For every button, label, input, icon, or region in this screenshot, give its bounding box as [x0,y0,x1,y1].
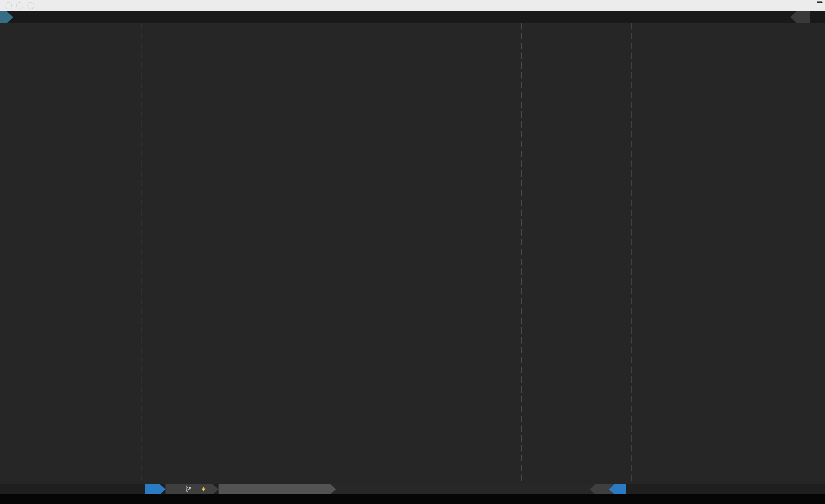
powerline-arrow-icon [590,484,595,494]
statusline-filename [219,484,330,494]
statusline-encoding [595,484,609,494]
powerline-arrow-icon [213,484,219,494]
tagbar-window[interactable] [631,23,825,484]
tab-separator-icon [7,11,13,23]
nerdtree-statusline [0,484,145,494]
menu-bar [0,0,825,11]
statusline-git-section [165,484,213,494]
nerdtree-window[interactable] [0,23,140,484]
dirty-flag-lightning-icon [200,486,207,493]
tab-train-retr-from-cls[interactable] [0,11,7,23]
powerline-arrow-icon [330,484,336,494]
editor-window[interactable] [142,23,630,484]
menubar-hotkey-badge[interactable] [817,1,823,3]
vim-command-line[interactable] [0,494,825,504]
buffers-label [797,11,810,23]
buffers-separator-icon [790,11,797,23]
window-separator[interactable] [141,23,141,484]
statusline [0,484,825,494]
statusline-mode [145,484,160,494]
zoom-button[interactable] [27,2,34,9]
window-controls [0,2,34,9]
color-column [521,23,522,484]
close-button[interactable] [5,2,12,9]
statusline-filetype [336,484,590,494]
git-branch-icon [185,486,192,493]
tabline-right [790,11,810,23]
tagbar-statusline [626,484,825,494]
powerline-arrow-icon [609,484,614,494]
powerline-arrow-icon [160,484,165,494]
terminal-vim-screen: { "menubar": { "title": "jdhao-MBP.local… [0,0,825,504]
statusline-position [614,484,626,494]
vim-tabline [0,11,825,23]
minimize-button[interactable] [16,2,23,9]
vim-workspace [0,23,825,484]
